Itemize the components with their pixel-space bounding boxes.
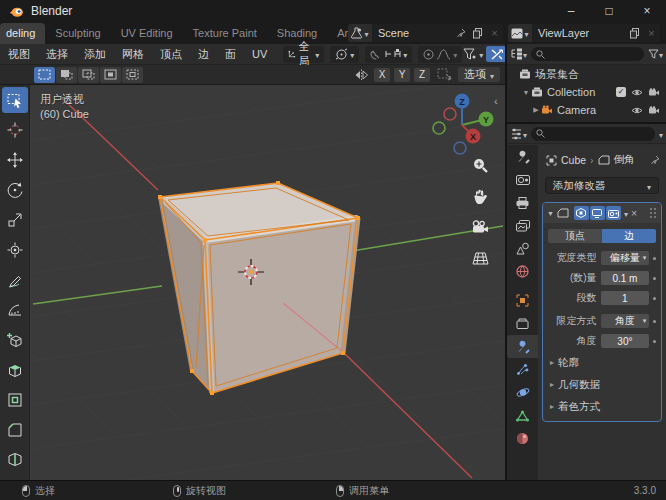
cube-mesh[interactable] [158, 181, 472, 478]
outliner-search-input[interactable] [531, 47, 644, 61]
tab-world-properties[interactable] [507, 260, 538, 283]
minimize-button[interactable]: – [552, 0, 590, 22]
collection-checkbox[interactable]: ✓ [616, 87, 626, 97]
gizmo-z-neg[interactable] [454, 142, 466, 154]
tool-select-box[interactable] [2, 87, 28, 113]
snapping-controls[interactable] [365, 46, 412, 63]
transform-orientation-dropdown[interactable]: 全局 [283, 46, 324, 63]
tab-viewlayer-properties[interactable] [507, 214, 538, 237]
unlink-scene-icon[interactable] [486, 24, 503, 42]
tab-output-properties[interactable] [507, 191, 538, 214]
show-gizmo-icon[interactable] [462, 48, 476, 61]
close-button[interactable]: × [628, 0, 666, 22]
tab-physics-properties[interactable] [507, 381, 538, 404]
tab-texture-paint[interactable]: Texture Paint [183, 23, 267, 44]
outliner-row-camera[interactable]: ▶ Camera [507, 101, 666, 119]
camera-view-button[interactable] [468, 215, 492, 239]
eye-icon[interactable] [631, 88, 643, 97]
remove-viewlayer-icon[interactable] [643, 24, 660, 42]
menu-uv[interactable]: UV [244, 48, 275, 60]
viewlayer-name-field[interactable]: ViewLayer [532, 24, 626, 42]
new-scene-icon[interactable] [469, 24, 486, 42]
select-mode-subtract-button[interactable] [78, 67, 99, 83]
display-realtime-toggle[interactable] [590, 206, 605, 220]
camera-restrict-icon[interactable] [648, 88, 660, 97]
menu-face[interactable]: 面 [217, 47, 244, 62]
tab-sculpting[interactable]: Sculpting [45, 23, 110, 44]
affect-vertices-button[interactable]: 顶点 [548, 229, 602, 243]
tab-modifier-properties[interactable] [507, 335, 538, 358]
menu-vertex[interactable]: 顶点 [152, 47, 190, 62]
tool-inset-faces[interactable] [2, 387, 28, 413]
toggle-perspective-button[interactable] [468, 246, 492, 270]
pin-icon[interactable] [452, 24, 469, 42]
affect-edges-button[interactable]: 边 [602, 229, 656, 243]
drag-handle-icon[interactable] [649, 207, 657, 219]
viewport-3d[interactable]: 用户透视 (60) Cube [0, 85, 505, 480]
tab-object-data-properties[interactable] [507, 404, 538, 427]
amount-field[interactable]: 0.1 m [601, 271, 650, 285]
tab-collection-properties[interactable] [507, 312, 538, 335]
display-render-toggle[interactable] [606, 206, 621, 220]
breadcrumb-object[interactable]: Cube [561, 154, 586, 166]
tab-object-properties[interactable] [507, 289, 538, 312]
animate-dot[interactable] [653, 257, 656, 260]
section-shading[interactable]: 着色方式 [550, 399, 656, 414]
menu-view[interactable]: 视图 [0, 47, 38, 62]
editor-type-properties-icon[interactable] [510, 128, 523, 140]
animate-dot[interactable] [653, 277, 656, 280]
pin-icon[interactable] [650, 155, 660, 165]
eye-icon[interactable] [631, 106, 643, 115]
disclosure-closed-icon[interactable]: ▶ [531, 106, 541, 114]
tool-move[interactable] [2, 147, 28, 173]
tab-modeling[interactable]: deling [0, 23, 45, 44]
menu-select[interactable]: 选择 [38, 47, 76, 62]
add-modifier-button[interactable]: 添加修改器 [545, 177, 659, 194]
section-geometry[interactable]: 几何数据 [550, 377, 656, 392]
tool-add-cube[interactable] [2, 327, 28, 353]
tab-particle-properties[interactable] [507, 358, 538, 381]
width-type-dropdown[interactable]: 偏移量 [601, 251, 650, 265]
outliner-row-collection[interactable]: ▼ Collection ✓ [507, 83, 666, 101]
tab-shading[interactable]: Shading [267, 23, 327, 44]
tool-annotate[interactable] [2, 267, 28, 293]
animate-dot[interactable] [653, 297, 656, 300]
viewlayer-browse-button[interactable] [508, 24, 532, 42]
properties-search-input[interactable] [531, 127, 655, 141]
select-mode-invert-button[interactable] [100, 67, 121, 83]
limit-method-dropdown[interactable]: 角度 [601, 314, 650, 328]
options-dropdown[interactable]: 选项 [458, 67, 500, 82]
angle-field[interactable]: 30° [601, 334, 650, 348]
display-in-editmode-toggle[interactable] [574, 206, 589, 220]
camera-restrict-icon[interactable] [648, 106, 660, 115]
menu-edge[interactable]: 边 [190, 47, 217, 62]
tool-scale[interactable] [2, 207, 28, 233]
filter-icon[interactable] [648, 49, 659, 59]
mirror-y-button[interactable]: Y [394, 68, 410, 82]
disclosure-open-icon[interactable]: ▼ [521, 89, 531, 96]
new-viewlayer-icon[interactable] [626, 24, 643, 42]
gizmo-y-neg[interactable] [433, 122, 445, 134]
gizmo-x-neg[interactable] [444, 108, 456, 120]
scene-browse-button[interactable] [348, 24, 372, 42]
tool-loop-cut[interactable] [2, 447, 28, 473]
animate-dot[interactable] [653, 320, 656, 323]
tool-3d-cursor[interactable] [2, 117, 28, 143]
select-mode-set-button[interactable] [34, 67, 55, 83]
tab-render-properties[interactable] [507, 168, 538, 191]
outliner-row-scene-collection[interactable]: 场景集合 [507, 65, 666, 83]
mirror-x-button[interactable]: X [374, 68, 390, 82]
tool-rotate[interactable] [2, 177, 28, 203]
select-mode-extend-button[interactable] [56, 67, 77, 83]
select-mode-intersect-button[interactable] [122, 67, 143, 83]
section-profile[interactable]: 轮廓 [550, 355, 656, 370]
menu-mesh[interactable]: 网格 [114, 47, 152, 62]
segments-field[interactable]: 1 [601, 291, 650, 305]
tool-transform[interactable] [2, 237, 28, 263]
tab-scene-properties[interactable] [507, 237, 538, 260]
tool-bevel[interactable] [2, 417, 28, 443]
pivot-point-dropdown[interactable] [330, 46, 359, 63]
tool-extrude-region[interactable] [2, 357, 28, 383]
tab-uv-editing[interactable]: UV Editing [111, 23, 183, 44]
tab-material-properties[interactable] [507, 427, 538, 450]
